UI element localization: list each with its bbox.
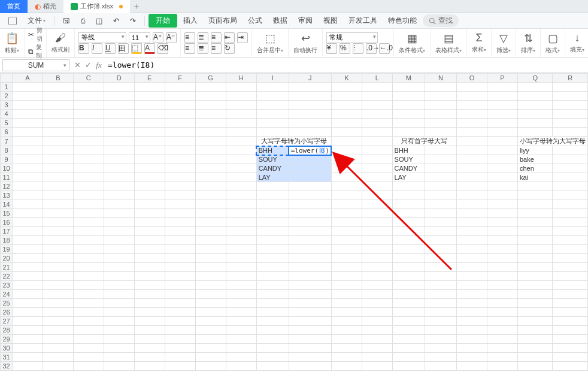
cell-G1[interactable] [195,83,226,92]
cell-L3[interactable] [362,101,392,110]
cell-E17[interactable] [134,227,165,236]
cell-P19[interactable] [487,245,518,254]
cell-A13[interactable] [13,191,43,200]
cell-K31[interactable] [331,353,362,362]
cell-L5[interactable] [362,119,392,128]
cell-E2[interactable] [134,92,165,101]
decrease-decimal-icon[interactable]: ←.0 [379,43,390,54]
cell-I24[interactable] [256,290,289,299]
cell-N6[interactable] [425,128,457,137]
cell-D7[interactable] [104,137,134,146]
cell-F23[interactable] [165,281,195,290]
cell-B5[interactable] [43,119,73,128]
cell-E1[interactable] [134,83,165,92]
cell-I13[interactable] [256,191,289,200]
increase-decimal-icon[interactable]: .0→ [366,43,377,54]
cell-F30[interactable] [165,344,195,353]
cell-P7[interactable] [487,137,518,146]
cell-P11[interactable] [487,173,518,182]
cell-O28[interactable] [456,326,487,335]
cell-C25[interactable] [73,299,104,308]
cell-Q30[interactable] [517,344,553,353]
cell-P29[interactable] [487,335,518,344]
cell-O2[interactable] [456,92,487,101]
comma-icon[interactable]: ⵗ [353,43,363,54]
cell-L24[interactable] [362,290,392,299]
row-header-28[interactable]: 28 [1,326,13,335]
cell-B23[interactable] [43,281,73,290]
row-header-31[interactable]: 31 [1,353,13,362]
cell-F8[interactable] [165,146,195,155]
cell-I10[interactable]: CANDY [256,164,289,173]
cell-F17[interactable] [165,227,195,236]
cell-R16[interactable] [553,218,588,227]
cell-H12[interactable] [226,182,256,191]
cell-P25[interactable] [487,299,518,308]
cell-K9[interactable] [331,155,362,164]
cell-D11[interactable] [104,173,134,182]
cell-M5[interactable] [392,119,425,128]
percent-icon[interactable]: % [340,43,350,54]
cell-I31[interactable] [256,353,289,362]
cell-E11[interactable] [134,173,165,182]
cell-D10[interactable] [104,164,134,173]
cell-O10[interactable] [456,164,487,173]
cell-I18[interactable] [256,236,289,245]
cell-B22[interactable] [43,272,73,281]
cell-L20[interactable] [362,254,392,263]
merge-center-button[interactable]: ⬚ 合并居中▾ [252,29,289,57]
cell-E19[interactable] [134,245,165,254]
cell-D3[interactable] [104,101,134,110]
cell-D23[interactable] [104,281,134,290]
col-header-L[interactable]: L [362,74,392,83]
cell-O20[interactable] [456,254,487,263]
cell-I1[interactable] [256,83,289,92]
cell-E21[interactable] [134,263,165,272]
cell-B24[interactable] [43,290,73,299]
cell-R11[interactable] [553,173,588,182]
cell-K18[interactable] [331,236,362,245]
cell-K12[interactable] [331,182,362,191]
cell-H7[interactable] [226,137,256,146]
cell-D24[interactable] [104,290,134,299]
cell-M29[interactable] [392,335,425,344]
cell-Q5[interactable] [517,119,553,128]
cell-C19[interactable] [73,245,104,254]
cell-R6[interactable] [553,128,588,137]
cell-N17[interactable] [425,227,457,236]
cell-H11[interactable] [226,173,256,182]
menu-start[interactable]: 开始 [148,14,177,28]
cell-I5[interactable] [256,119,289,128]
cell-I4[interactable] [256,110,289,119]
cell-D14[interactable] [104,200,134,209]
cell-F27[interactable] [165,317,195,326]
cell-M7[interactable]: 只有首字母大写 [392,137,456,146]
row-header-10[interactable]: 10 [1,164,13,173]
cell-J30[interactable] [289,344,331,353]
cell-H30[interactable] [226,344,256,353]
cell-L21[interactable] [362,263,392,272]
cell-G4[interactable] [195,110,226,119]
cell-H5[interactable] [226,119,256,128]
cell-G6[interactable] [195,128,226,137]
cell-Q32[interactable] [517,362,553,371]
row-header-16[interactable]: 16 [1,218,13,227]
cond-format-button[interactable]: ▦ 条件格式▾ [394,29,431,57]
cell-I7[interactable]: 大写字母转为小写字母 [256,137,331,146]
cell-L14[interactable] [362,200,392,209]
cell-P8[interactable] [487,146,518,155]
cell-Q18[interactable] [517,236,553,245]
cell-O4[interactable] [456,110,487,119]
row-header-17[interactable]: 17 [1,227,13,236]
cell-A4[interactable] [13,110,43,119]
cell-C21[interactable] [73,263,104,272]
cell-R4[interactable] [553,110,588,119]
row-header-19[interactable]: 19 [1,245,13,254]
cell-O22[interactable] [456,272,487,281]
cell-Q12[interactable] [517,182,553,191]
cell-D15[interactable] [104,209,134,218]
cell-O8[interactable] [456,146,487,155]
cell-N15[interactable] [425,209,457,218]
cell-A12[interactable] [13,182,43,191]
row-header-9[interactable]: 9 [1,155,13,164]
